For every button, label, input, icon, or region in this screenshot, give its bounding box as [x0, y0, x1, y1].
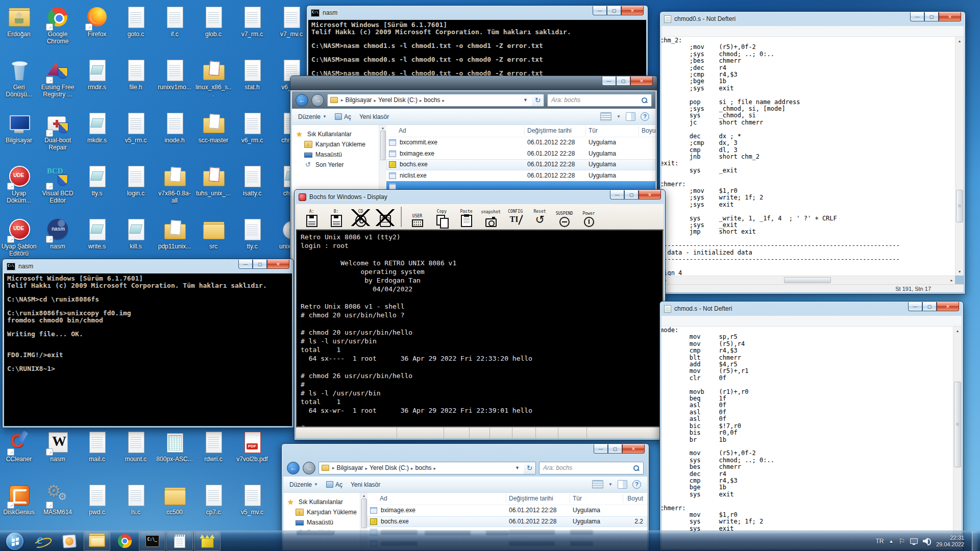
scrollbar-thumb[interactable] [380, 131, 386, 160]
desktop-icon-isatty.c[interactable]: isatty.c [234, 164, 271, 197]
bochs-tool-config[interactable]: CONFIG [504, 205, 527, 227]
desktop-icon-goto.c[interactable]: goto.c [117, 5, 154, 38]
bochs-tool-button[interactable] [374, 205, 397, 227]
maximize-button[interactable]: ▢ [607, 6, 621, 15]
close-button[interactable]: ✕ [937, 302, 959, 311]
address-dropdown-icon[interactable]: ▼ [522, 97, 529, 103]
column-header-date[interactable]: Değiştirme tarihi [527, 127, 572, 134]
show-desktop-button[interactable] [972, 531, 978, 551]
sidebar-item-masaüstü[interactable]: Masaüstü [292, 149, 379, 160]
desktop-icon-mkdir.s[interactable]: mkdir.s [79, 111, 115, 144]
desktop-icon-v7x86-0.8a-all[interactable]: v7x86-0.8a-all [156, 164, 193, 204]
vertical-scrollbar[interactable]: ▲ ▼ [953, 327, 962, 549]
file-row-bximage.exe[interactable]: bximage.exe 06.01.2012 22:28 Uygulama [386, 148, 655, 160]
minimize-button[interactable]: — [908, 302, 922, 311]
taskbar-button-internet-explorer[interactable] [29, 532, 55, 551]
chevron-down-icon[interactable]: ▼ [617, 114, 621, 119]
menu-görünüm[interactable] [688, 320, 696, 322]
back-button[interactable]: ← [287, 462, 300, 474]
breadcrumb-yerel-disk-c[interactable]: Yerel Disk (C:)▸ [370, 464, 415, 471]
refresh-icon[interactable]: ↻ [524, 462, 536, 474]
close-button[interactable]: ✕ [939, 12, 961, 21]
titlebar[interactable]: nasm — ▢ ✕ [307, 6, 648, 20]
open-button[interactable]: Aç [326, 481, 342, 488]
close-button[interactable]: ✕ [630, 77, 653, 86]
scroll-up-icon[interactable]: ▲ [362, 494, 366, 497]
sidebar-item-sık-kullanılanlar[interactable]: Sık Kullanılanlar [283, 497, 360, 507]
column-header-type[interactable]: Tür [589, 127, 598, 134]
desktop-icon-file.h[interactable]: file.h [117, 58, 154, 91]
sidebar-item-karşıdan-yükleme[interactable]: Karşıdan Yükleme [292, 139, 379, 149]
desktop-icon-mail.c[interactable]: mail.c [79, 430, 115, 463]
breadcrumb-bilgisayar[interactable]: Bilgisayar▸ [346, 96, 379, 104]
close-button[interactable]: ✕ [267, 260, 289, 269]
taskbar-button-bochs[interactable] [194, 532, 220, 551]
sidebar-item-masaüstü[interactable]: Masaüstü [283, 517, 360, 528]
bochs-tool-a[interactable]: A: [300, 205, 323, 227]
desktop-icon-runixv1mo...[interactable]: runixv1mo... [156, 58, 193, 91]
column-header-date[interactable]: Değiştirme tarihi [509, 495, 553, 502]
menu-düzen[interactable] [671, 320, 679, 322]
forward-button[interactable]: → [303, 462, 315, 474]
change-view-icon[interactable] [592, 480, 603, 489]
maximize-button[interactable]: ▢ [608, 444, 622, 454]
menu-düzen[interactable] [671, 30, 679, 32]
desktop-icon-v6-rm.c[interactable]: v6_rm.c [234, 111, 271, 144]
taskbar-button-chrome[interactable] [111, 532, 138, 551]
close-button[interactable]: ✕ [621, 6, 644, 15]
bochs-display[interactable]: Retro Unix 8086 v1 (tty2) login : root W… [296, 230, 664, 428]
column-header-name[interactable]: Ad [399, 127, 406, 134]
titlebar[interactable]: — ▢ ✕ [290, 76, 657, 90]
breadcrumb-bilgisayar[interactable]: Bilgisayar▸ [337, 464, 370, 471]
taskbar-button-notepad[interactable] [166, 532, 193, 551]
column-header-name[interactable]: Ad [380, 495, 387, 502]
desktop-icon-stat.h[interactable]: stat.h [234, 58, 271, 91]
taskbar-button-cmd[interactable] [139, 532, 165, 551]
desktop-icon-src[interactable]: src [195, 217, 232, 250]
scroll-right-icon[interactable]: ► [950, 279, 953, 282]
taskbar-button-start[interactable] [2, 532, 28, 551]
preview-pane-icon[interactable] [618, 480, 627, 489]
maximize-button[interactable]: ▢ [922, 302, 937, 311]
bochs-tool-b[interactable]: B: [325, 205, 348, 227]
desktop-icon-v7vol2b.pdf[interactable]: v7vol2b.pdf [234, 430, 271, 463]
action-center-flag-icon[interactable]: ⚐ [898, 537, 905, 545]
bochs-tool-cd[interactable]: CD [349, 205, 372, 227]
desktop-icon-pdp11unix...[interactable]: pdp11unix... [156, 217, 193, 250]
column-header-type[interactable]: Tür [573, 495, 582, 502]
sidebar-item-son-yerler[interactable]: Son Yerler [292, 160, 379, 170]
desktop-icon-bilgisayar[interactable]: Bilgisayar [1, 111, 37, 144]
sidebar-item-sık-kullanılanlar[interactable]: Sık Kullanılanlar [292, 129, 379, 139]
menu-yardım[interactable] [696, 30, 704, 32]
scrollbar-thumb[interactable] [784, 277, 831, 283]
desktop-icon-kill.s[interactable]: kill.s [117, 217, 154, 250]
scrollbar-thumb[interactable] [954, 382, 961, 467]
desktop-icon-erdoğan[interactable]: Erdoğan [1, 5, 37, 38]
titlebar[interactable]: chmod.s - Not Defteri — ▢ ✕ [660, 302, 963, 316]
minimize-button[interactable]: — [602, 77, 616, 86]
breadcrumb-bochs[interactable]: bochs▸ [415, 464, 438, 471]
desktop-icon-tty.s[interactable]: tty.s [79, 164, 115, 197]
bochs-tool-power[interactable]: Power [577, 205, 600, 227]
menu-biçim[interactable] [679, 30, 688, 32]
minimize-button[interactable]: — [610, 190, 624, 199]
help-icon[interactable]: ? [641, 112, 649, 121]
desktop-icon-uyap-döküm...[interactable]: Uyap Döküm... [1, 164, 37, 204]
language-indicator[interactable]: TR [875, 538, 884, 545]
maximize-button[interactable]: ▢ [616, 77, 630, 86]
maximize-button[interactable]: ▢ [624, 190, 639, 199]
scroll-up-icon[interactable]: ▲ [953, 327, 962, 335]
desktop-icon-google-chrome[interactable]: Google Chrome [39, 5, 76, 45]
forward-button[interactable]: → [311, 94, 324, 107]
network-icon[interactable] [910, 538, 918, 544]
desktop-icon-pwd.c[interactable]: pwd.c [79, 483, 115, 516]
bochs-tool-user[interactable]: USER [406, 205, 429, 227]
breadcrumb[interactable]: ▸ Bilgisayar▸Yerel Disk (C:)▸bochs▸ ▼ [327, 94, 532, 107]
terminal-output[interactable]: Microsoft Windows [Sürüm 6.1.7601] Telif… [308, 20, 646, 80]
titlebar[interactable]: chmod0.s - Not Defteri — ▢ ✕ [660, 12, 965, 26]
text-area[interactable]: chm_2: ;mov (r5)+,0f-2 ;sys chmod; ..; 0… [662, 37, 955, 276]
desktop-icon-v7-mv.c[interactable]: v7_mv.c [273, 5, 310, 38]
desktop-icon-rmdir.s[interactable]: rmdir.s [79, 58, 115, 91]
bochs-tool-suspend[interactable]: SUSPEND [553, 205, 576, 227]
minimize-button[interactable]: — [594, 444, 608, 454]
